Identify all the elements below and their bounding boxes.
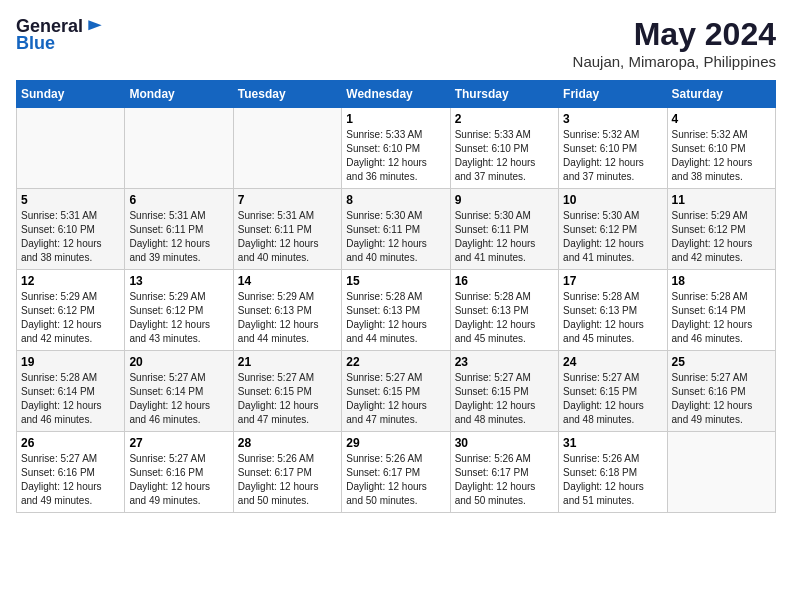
calendar-cell: 18Sunrise: 5:28 AM Sunset: 6:14 PM Dayli… [667, 270, 775, 351]
day-number: 21 [238, 355, 337, 369]
day-number: 7 [238, 193, 337, 207]
calendar-cell: 2Sunrise: 5:33 AM Sunset: 6:10 PM Daylig… [450, 108, 558, 189]
day-number: 3 [563, 112, 662, 126]
day-info: Sunrise: 5:27 AM Sunset: 6:15 PM Dayligh… [238, 371, 337, 427]
day-info: Sunrise: 5:32 AM Sunset: 6:10 PM Dayligh… [563, 128, 662, 184]
calendar-cell: 5Sunrise: 5:31 AM Sunset: 6:10 PM Daylig… [17, 189, 125, 270]
header: General Blue May 2024 Naujan, Mimaropa, … [16, 16, 776, 70]
day-info: Sunrise: 5:27 AM Sunset: 6:16 PM Dayligh… [21, 452, 120, 508]
week-row-5: 26Sunrise: 5:27 AM Sunset: 6:16 PM Dayli… [17, 432, 776, 513]
calendar-cell: 31Sunrise: 5:26 AM Sunset: 6:18 PM Dayli… [559, 432, 667, 513]
day-info: Sunrise: 5:30 AM Sunset: 6:11 PM Dayligh… [346, 209, 445, 265]
calendar-cell: 7Sunrise: 5:31 AM Sunset: 6:11 PM Daylig… [233, 189, 341, 270]
day-info: Sunrise: 5:28 AM Sunset: 6:13 PM Dayligh… [455, 290, 554, 346]
main-title: May 2024 [573, 16, 776, 53]
calendar-cell: 8Sunrise: 5:30 AM Sunset: 6:11 PM Daylig… [342, 189, 450, 270]
calendar-table: SundayMondayTuesdayWednesdayThursdayFrid… [16, 80, 776, 513]
logo: General Blue [16, 16, 105, 54]
day-number: 19 [21, 355, 120, 369]
day-info: Sunrise: 5:26 AM Sunset: 6:18 PM Dayligh… [563, 452, 662, 508]
calendar-cell: 17Sunrise: 5:28 AM Sunset: 6:13 PM Dayli… [559, 270, 667, 351]
week-row-3: 12Sunrise: 5:29 AM Sunset: 6:12 PM Dayli… [17, 270, 776, 351]
col-header-thursday: Thursday [450, 81, 558, 108]
col-header-tuesday: Tuesday [233, 81, 341, 108]
day-info: Sunrise: 5:28 AM Sunset: 6:13 PM Dayligh… [346, 290, 445, 346]
day-number: 20 [129, 355, 228, 369]
calendar-cell [125, 108, 233, 189]
week-row-4: 19Sunrise: 5:28 AM Sunset: 6:14 PM Dayli… [17, 351, 776, 432]
calendar-cell: 25Sunrise: 5:27 AM Sunset: 6:16 PM Dayli… [667, 351, 775, 432]
calendar-cell: 15Sunrise: 5:28 AM Sunset: 6:13 PM Dayli… [342, 270, 450, 351]
day-number: 12 [21, 274, 120, 288]
day-info: Sunrise: 5:31 AM Sunset: 6:11 PM Dayligh… [238, 209, 337, 265]
header-row: SundayMondayTuesdayWednesdayThursdayFrid… [17, 81, 776, 108]
day-info: Sunrise: 5:32 AM Sunset: 6:10 PM Dayligh… [672, 128, 771, 184]
calendar-cell: 19Sunrise: 5:28 AM Sunset: 6:14 PM Dayli… [17, 351, 125, 432]
day-number: 25 [672, 355, 771, 369]
day-number: 5 [21, 193, 120, 207]
day-number: 16 [455, 274, 554, 288]
day-info: Sunrise: 5:27 AM Sunset: 6:14 PM Dayligh… [129, 371, 228, 427]
day-number: 24 [563, 355, 662, 369]
week-row-1: 1Sunrise: 5:33 AM Sunset: 6:10 PM Daylig… [17, 108, 776, 189]
day-info: Sunrise: 5:28 AM Sunset: 6:14 PM Dayligh… [21, 371, 120, 427]
calendar-cell: 20Sunrise: 5:27 AM Sunset: 6:14 PM Dayli… [125, 351, 233, 432]
day-info: Sunrise: 5:27 AM Sunset: 6:16 PM Dayligh… [129, 452, 228, 508]
col-header-friday: Friday [559, 81, 667, 108]
calendar-cell: 27Sunrise: 5:27 AM Sunset: 6:16 PM Dayli… [125, 432, 233, 513]
day-info: Sunrise: 5:29 AM Sunset: 6:12 PM Dayligh… [672, 209, 771, 265]
calendar-cell: 4Sunrise: 5:32 AM Sunset: 6:10 PM Daylig… [667, 108, 775, 189]
day-number: 13 [129, 274, 228, 288]
day-number: 26 [21, 436, 120, 450]
col-header-wednesday: Wednesday [342, 81, 450, 108]
day-info: Sunrise: 5:26 AM Sunset: 6:17 PM Dayligh… [455, 452, 554, 508]
calendar-cell: 6Sunrise: 5:31 AM Sunset: 6:11 PM Daylig… [125, 189, 233, 270]
day-number: 11 [672, 193, 771, 207]
day-number: 23 [455, 355, 554, 369]
sub-title: Naujan, Mimaropa, Philippines [573, 53, 776, 70]
day-info: Sunrise: 5:27 AM Sunset: 6:15 PM Dayligh… [563, 371, 662, 427]
day-number: 22 [346, 355, 445, 369]
col-header-sunday: Sunday [17, 81, 125, 108]
day-info: Sunrise: 5:30 AM Sunset: 6:12 PM Dayligh… [563, 209, 662, 265]
day-number: 8 [346, 193, 445, 207]
day-info: Sunrise: 5:29 AM Sunset: 6:13 PM Dayligh… [238, 290, 337, 346]
day-number: 27 [129, 436, 228, 450]
calendar-cell: 29Sunrise: 5:26 AM Sunset: 6:17 PM Dayli… [342, 432, 450, 513]
calendar-cell: 21Sunrise: 5:27 AM Sunset: 6:15 PM Dayli… [233, 351, 341, 432]
calendar-cell [17, 108, 125, 189]
calendar-cell: 9Sunrise: 5:30 AM Sunset: 6:11 PM Daylig… [450, 189, 558, 270]
day-info: Sunrise: 5:31 AM Sunset: 6:11 PM Dayligh… [129, 209, 228, 265]
day-number: 17 [563, 274, 662, 288]
calendar-cell: 26Sunrise: 5:27 AM Sunset: 6:16 PM Dayli… [17, 432, 125, 513]
day-number: 29 [346, 436, 445, 450]
calendar-cell: 16Sunrise: 5:28 AM Sunset: 6:13 PM Dayli… [450, 270, 558, 351]
title-area: May 2024 Naujan, Mimaropa, Philippines [573, 16, 776, 70]
day-info: Sunrise: 5:26 AM Sunset: 6:17 PM Dayligh… [346, 452, 445, 508]
day-number: 15 [346, 274, 445, 288]
calendar-cell: 23Sunrise: 5:27 AM Sunset: 6:15 PM Dayli… [450, 351, 558, 432]
calendar-cell: 28Sunrise: 5:26 AM Sunset: 6:17 PM Dayli… [233, 432, 341, 513]
calendar-cell: 12Sunrise: 5:29 AM Sunset: 6:12 PM Dayli… [17, 270, 125, 351]
day-number: 6 [129, 193, 228, 207]
day-info: Sunrise: 5:29 AM Sunset: 6:12 PM Dayligh… [129, 290, 228, 346]
day-number: 9 [455, 193, 554, 207]
week-row-2: 5Sunrise: 5:31 AM Sunset: 6:10 PM Daylig… [17, 189, 776, 270]
day-info: Sunrise: 5:33 AM Sunset: 6:10 PM Dayligh… [455, 128, 554, 184]
calendar-cell [667, 432, 775, 513]
day-number: 30 [455, 436, 554, 450]
day-info: Sunrise: 5:31 AM Sunset: 6:10 PM Dayligh… [21, 209, 120, 265]
col-header-monday: Monday [125, 81, 233, 108]
svg-marker-0 [88, 20, 101, 30]
day-info: Sunrise: 5:26 AM Sunset: 6:17 PM Dayligh… [238, 452, 337, 508]
day-info: Sunrise: 5:30 AM Sunset: 6:11 PM Dayligh… [455, 209, 554, 265]
day-info: Sunrise: 5:28 AM Sunset: 6:14 PM Dayligh… [672, 290, 771, 346]
calendar-cell: 24Sunrise: 5:27 AM Sunset: 6:15 PM Dayli… [559, 351, 667, 432]
day-number: 28 [238, 436, 337, 450]
calendar-cell [233, 108, 341, 189]
calendar-cell: 22Sunrise: 5:27 AM Sunset: 6:15 PM Dayli… [342, 351, 450, 432]
day-number: 1 [346, 112, 445, 126]
calendar-cell: 30Sunrise: 5:26 AM Sunset: 6:17 PM Dayli… [450, 432, 558, 513]
day-info: Sunrise: 5:27 AM Sunset: 6:15 PM Dayligh… [455, 371, 554, 427]
day-info: Sunrise: 5:27 AM Sunset: 6:15 PM Dayligh… [346, 371, 445, 427]
